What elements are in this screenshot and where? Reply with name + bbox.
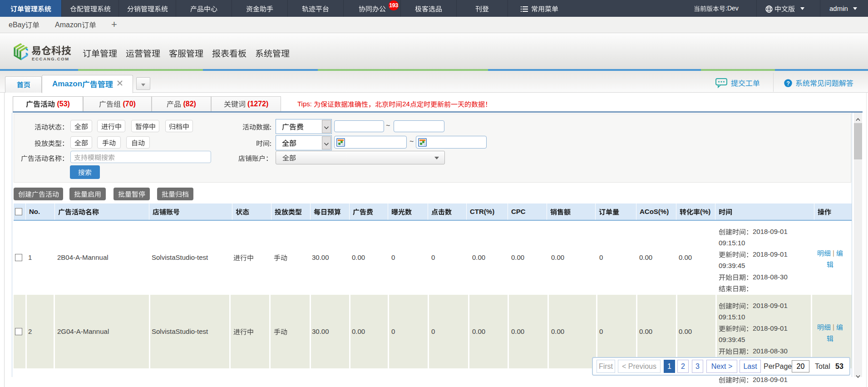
svg-text:?: ?: [786, 80, 790, 87]
